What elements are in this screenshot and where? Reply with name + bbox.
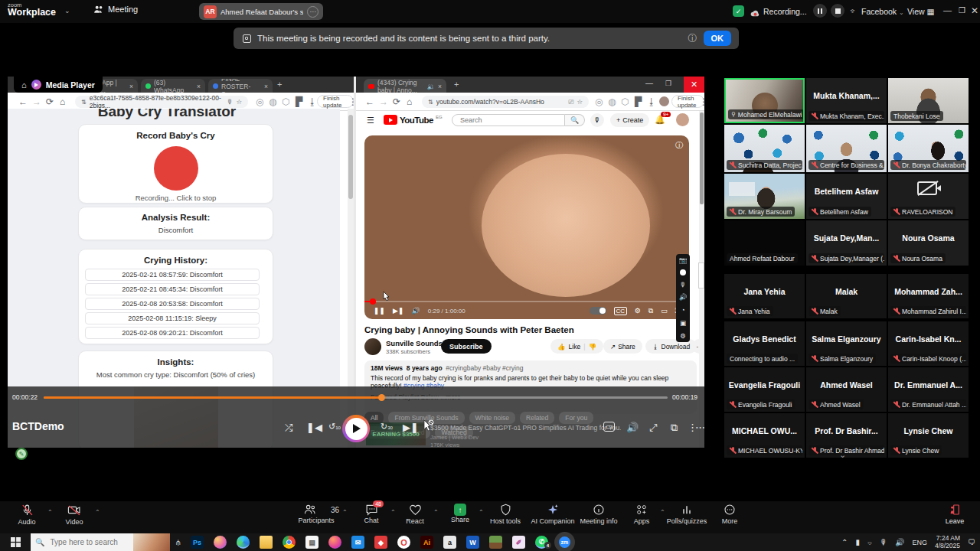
next-icon[interactable]: ▶❚: [393, 307, 403, 315]
start-button[interactable]: [0, 533, 31, 551]
participant-tile[interactable]: Noura Osama Noura Osama: [888, 220, 969, 266]
record-dot-icon[interactable]: [680, 269, 686, 276]
address-bar[interactable]: ⇅ e3c6ca1f-7585-4858-87fe-be8b3309e122-0…: [75, 96, 248, 108]
participant-video[interactable]: Suchitra Datta, Projec...: [724, 125, 805, 172]
participant-tile[interactable]: MalakMalak: [806, 274, 887, 318]
share-screen-button[interactable]: ↑ Share: [443, 504, 477, 523]
site-settings-icon[interactable]: ⇅: [81, 99, 87, 106]
mp-progress-handle[interactable]: [378, 394, 385, 401]
security-shield-icon[interactable]: ✓: [733, 5, 744, 17]
new-tab-icon[interactable]: +: [277, 80, 282, 89]
participants-chevron[interactable]: ⌃: [342, 509, 348, 516]
pause-icon[interactable]: ❚❚: [374, 307, 385, 315]
download-icon[interactable]: ⭳: [308, 96, 317, 107]
participant-tile[interactable]: Betelihem Asfaw Betelihem Asfaw: [806, 174, 887, 219]
tab-close-icon[interactable]: ×: [438, 83, 442, 90]
taskbar-drop-icon[interactable]: [328, 536, 341, 549]
shared-screen-tab[interactable]: AR Ahmed Refaat Dabour's screen ⋯: [199, 3, 323, 20]
close-window-icon[interactable]: ✕: [971, 5, 978, 16]
fullscreen-icon[interactable]: ⤢: [649, 422, 657, 434]
search-button[interactable]: 🔍: [565, 114, 585, 126]
captions-icon[interactable]: CC: [614, 307, 627, 315]
participant-tile-camera-off[interactable]: RAVELOARISON: [888, 174, 969, 219]
cast-icon[interactable]: ⎚: [569, 98, 574, 106]
taskbar-paint-icon[interactable]: ✐: [512, 536, 525, 549]
participant-tile[interactable]: Dr. Emmanuel A...Dr. Emmanuel Attah ...: [888, 367, 969, 412]
chat-button[interactable]: 48 Chat: [354, 504, 388, 524]
taskbar-explorer-icon[interactable]: [260, 536, 273, 549]
subtitles-icon[interactable]: ▭: [603, 422, 615, 432]
meeting-info-button[interactable]: Meeting info: [576, 504, 622, 525]
participant-tile[interactable]: Salma ElganzourySalma Elganzoury: [806, 321, 887, 366]
react-chevron[interactable]: ⌃: [433, 509, 439, 516]
chip[interactable]: Related: [520, 412, 554, 424]
share-button[interactable]: ↗ Share: [603, 339, 642, 354]
taskbar-red-app-icon[interactable]: ◆: [374, 536, 387, 549]
meeting-tab[interactable]: Meeting: [93, 5, 138, 14]
participant-tile[interactable]: Prof. Dr Bashir...Prof. Dr Bashir Ahmad: [806, 413, 887, 458]
taskbar-word-icon[interactable]: W: [466, 536, 479, 549]
clock[interactable]: 7:24 AM4/8/2025: [935, 535, 960, 549]
video-chevron[interactable]: ⌃: [95, 509, 100, 516]
camera-icon[interactable]: 📷: [679, 256, 688, 264]
participant-tile[interactable]: Ahmed WaselAhmed Wasel: [806, 367, 887, 412]
polls-button[interactable]: Polls/quizzes: [663, 504, 710, 525]
task-view-icon[interactable]: ⫛: [176, 538, 181, 547]
notification-center-icon[interactable]: 🗨: [968, 538, 975, 546]
taskbar-edge-icon[interactable]: [237, 536, 250, 549]
channel-avatar[interactable]: [364, 338, 381, 355]
participant-tile[interactable]: Mukta Khanam,... Mukta Khanam, Exec...: [806, 78, 887, 123]
participant-tile[interactable]: MICHAEL OWU...MICHAEL OWUSU-KYEI: [724, 413, 805, 458]
restore-window-icon[interactable]: ❐: [665, 80, 671, 87]
info-icon[interactable]: ⓘ: [688, 32, 697, 45]
minimize-window-icon[interactable]: —: [943, 5, 952, 15]
tab-audio-icon[interactable]: 🔉: [426, 83, 435, 90]
chat-chevron[interactable]: ⌃: [390, 509, 396, 516]
taskbar-mail-icon[interactable]: ✉: [351, 536, 364, 549]
taskbar-copilot-icon[interactable]: [214, 536, 227, 549]
extensions-puzzle-icon[interactable]: ⬡: [282, 96, 289, 107]
video-player[interactable]: ⓘ ❚❚ ▶❚ 🔊 0:29 / 1:00:00 CC ⚙ ⧉: [364, 135, 689, 319]
address-bar[interactable]: ⇅ youtube.com/watch?v=oL2B-AAnsHo ⎚ ☆: [422, 96, 589, 108]
site-settings-icon[interactable]: ⇅: [428, 99, 433, 106]
settings-gear-icon[interactable]: ⚙: [635, 307, 641, 315]
autoplay-toggle[interactable]: [590, 307, 606, 315]
home-icon[interactable]: ⌂: [407, 96, 412, 107]
youtube-search-box[interactable]: [452, 114, 565, 126]
back-icon[interactable]: ←: [365, 96, 374, 107]
participant-video[interactable]: Thobekani Lose: [888, 78, 969, 123]
channel-name[interactable]: Sunville Sounds ✔: [386, 339, 449, 347]
play-button[interactable]: [345, 418, 368, 440]
volume-icon[interactable]: 🔊: [626, 422, 639, 433]
ai-companion-button[interactable]: AI Companion: [528, 504, 577, 525]
pause-recording-button[interactable]: [813, 4, 827, 18]
youtube-tab[interactable]: (4343) Crying baby | Anno... 🔉 ×: [364, 79, 446, 93]
tab-more-icon[interactable]: ⋯: [307, 6, 318, 18]
host-tools-button[interactable]: Host tools: [485, 504, 526, 525]
audio-chevron[interactable]: ⌃: [47, 509, 53, 516]
more-dots-icon[interactable]: ⋯: [695, 422, 704, 433]
mic-icon[interactable]: 🎙: [227, 98, 234, 106]
bookmark-star-icon[interactable]: ☆: [577, 98, 583, 106]
sidebar-icon[interactable]: ▛: [296, 96, 302, 107]
extension-icon[interactable]: ◎: [595, 96, 603, 107]
screen-recorder-toolbar[interactable]: 📷 🎙 🔊 ◔ ▣ ⚙: [676, 254, 690, 342]
react-button[interactable]: React: [398, 504, 432, 525]
video-button[interactable]: Video: [57, 504, 92, 526]
participant-tile[interactable]: Jana YehiaJana Yehia: [724, 274, 805, 318]
search-highlight-image[interactable]: [133, 533, 170, 551]
search-input[interactable]: [459, 116, 558, 125]
browser-tab[interactable]: (63) WhatsApp×: [141, 79, 205, 93]
record-button[interactable]: [154, 146, 198, 191]
speaker-icon[interactable]: 🔊: [679, 293, 688, 301]
rewind-10-icon[interactable]: ↺10: [328, 422, 341, 432]
reload-icon[interactable]: ⟳: [46, 96, 54, 107]
mic-icon[interactable]: 🎙: [680, 281, 687, 289]
download-button[interactable]: ⭳ Download: [645, 339, 697, 354]
miniplayer-icon[interactable]: ⧉: [648, 307, 653, 315]
create-button[interactable]: +Create: [610, 113, 649, 127]
profile-avatar[interactable]: [659, 96, 669, 106]
taskbar-illustrator-icon[interactable]: Ai: [420, 536, 433, 549]
browser-tab[interactable]: FINAL ROSTER- S...×: [208, 79, 273, 93]
tray-chevron-icon[interactable]: ⌃: [841, 538, 848, 546]
